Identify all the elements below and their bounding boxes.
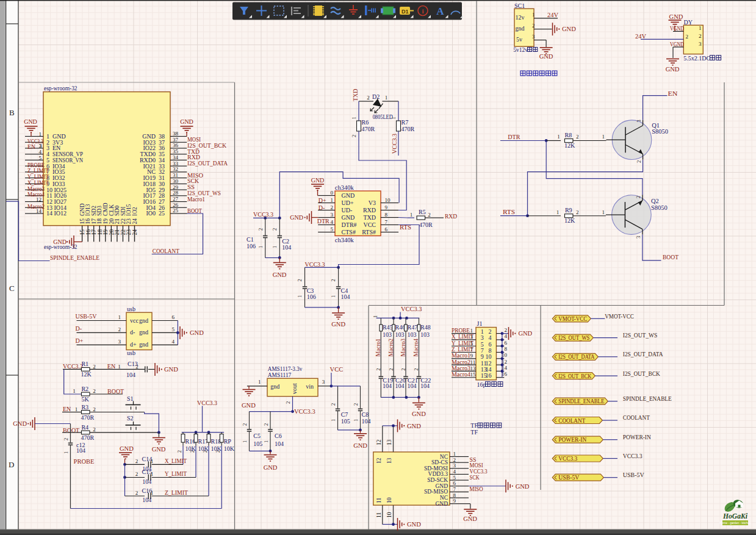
svg-text:S8050: S8050: [652, 128, 668, 135]
svg-text:D1: D1: [401, 9, 409, 15]
svg-text:GND: GND: [264, 464, 278, 471]
svg-text:SD-CS: SD-CS: [431, 459, 448, 465]
svg-text:ch340k: ch340k: [335, 237, 355, 243]
svg-text:GND: GND: [290, 214, 303, 221]
svg-text:RTS: RTS: [503, 209, 515, 215]
svg-text:5: 5: [331, 226, 334, 232]
svg-text:C8: C8: [362, 411, 369, 418]
svg-text:GND: GND: [666, 66, 680, 73]
svg-text:2: 2: [93, 426, 96, 433]
svg-text:EN: EN: [27, 143, 35, 150]
svg-text:UD+: UD+: [342, 199, 354, 206]
svg-text:1: 1: [330, 419, 336, 422]
svg-text:2: 2: [63, 438, 69, 440]
svg-text:D: D: [9, 460, 14, 469]
svg-text:GND: GND: [518, 330, 532, 337]
svg-text:PROBE: PROBE: [74, 458, 95, 465]
svg-text:SD-MISO: SD-MISO: [424, 489, 448, 495]
svg-text:VCC3.3: VCC3.3: [401, 306, 422, 312]
svg-text:2: 2: [576, 209, 579, 215]
svg-text:A: A: [436, 5, 444, 17]
svg-text:2: 2: [190, 450, 195, 453]
svg-text:3: 3: [118, 339, 121, 345]
svg-text:VCC3.3: VCC3.3: [305, 261, 325, 268]
svg-text:I2S_OUT_DATA: I2S_OUT_DATA: [187, 160, 228, 167]
svg-text:104: 104: [420, 382, 430, 389]
svg-text:25: 25: [173, 207, 179, 214]
svg-text:1: 1: [151, 458, 154, 464]
svg-text:R8: R8: [565, 132, 572, 138]
svg-text:Home - garden - kitchen: Home - garden - kitchen: [719, 522, 751, 525]
svg-text:21: 21: [114, 218, 120, 224]
svg-text:16: 16: [486, 372, 492, 379]
svg-text:8: 8: [505, 346, 508, 352]
svg-text:SD0: SD0: [114, 206, 120, 216]
svg-text:104: 104: [282, 244, 291, 251]
svg-text:6: 6: [385, 226, 388, 232]
svg-text:17: 17: [91, 218, 97, 224]
svg-text:UD-: UD-: [342, 207, 353, 214]
svg-text:I2S_OUT_WS: I2S_OUT_WS: [558, 334, 589, 341]
svg-text:26: 26: [173, 202, 179, 208]
svg-text:29: 29: [173, 184, 179, 190]
svg-text:15: 15: [79, 229, 85, 235]
svg-text:gnd: gnd: [270, 383, 279, 390]
svg-text:106: 106: [247, 243, 256, 250]
svg-text:TXD: TXD: [363, 214, 376, 221]
svg-text:I2S_OUT_DATA: I2S_OUT_DATA: [558, 353, 594, 360]
svg-text:GND: GND: [669, 13, 683, 20]
svg-text:C4: C4: [341, 287, 348, 294]
svg-text:12K: 12K: [564, 217, 575, 224]
svg-text:104: 104: [383, 382, 392, 389]
svg-text:GND: GND: [242, 402, 256, 409]
svg-text:470R: 470R: [419, 221, 433, 228]
svg-text:esp-wroom-32: esp-wroom-32: [44, 243, 77, 250]
svg-text:3: 3: [532, 34, 535, 40]
svg-text:104: 104: [142, 497, 151, 503]
svg-text:D-: D-: [76, 325, 82, 332]
svg-text:30: 30: [173, 178, 179, 184]
svg-text:EN: EN: [63, 406, 71, 412]
svg-text:2: 2: [453, 457, 456, 463]
svg-text:1: 1: [330, 295, 336, 298]
svg-text:2: 2: [353, 403, 359, 406]
svg-text:CTS#: CTS#: [342, 229, 356, 235]
svg-text:2: 2: [699, 33, 702, 39]
svg-text:1: 1: [272, 246, 278, 248]
svg-text:13: 13: [386, 439, 392, 445]
svg-text:X_LIMIT: X_LIMIT: [165, 458, 187, 464]
svg-text:VMOT-VCC: VMOT-VCC: [558, 315, 587, 322]
svg-text:104: 104: [395, 382, 405, 389]
svg-text:I2S_OUT_DATA: I2S_OUT_DATA: [623, 351, 663, 357]
svg-text:1: 1: [385, 95, 388, 101]
svg-text:2: 2: [428, 212, 431, 218]
svg-text:S8050: S8050: [651, 204, 668, 211]
svg-text:1: 1: [331, 197, 334, 203]
svg-text:SCK: SCK: [470, 474, 480, 481]
svg-text:4: 4: [171, 339, 175, 345]
svg-text:2: 2: [367, 95, 370, 101]
svg-text:7: 7: [470, 346, 473, 353]
svg-text:GND: GND: [435, 483, 448, 489]
svg-text:4: 4: [331, 219, 334, 225]
svg-text:21: 21: [114, 229, 120, 235]
svg-text:33: 33: [173, 160, 179, 167]
svg-text:2: 2: [389, 368, 394, 371]
svg-text:11: 11: [470, 359, 476, 365]
svg-text:gnd: gnd: [516, 25, 525, 32]
svg-text:SD2: SD2: [91, 206, 97, 216]
svg-text:1: 1: [373, 315, 378, 318]
svg-text:C3: C3: [307, 287, 314, 294]
svg-text:GND: GND: [353, 442, 367, 449]
svg-text:GND: GND: [152, 446, 166, 453]
svg-text:14: 14: [46, 210, 52, 217]
svg-text:5: 5: [171, 326, 175, 332]
svg-text:DY: DY: [684, 19, 693, 26]
svg-text:RXD: RXD: [363, 207, 376, 214]
svg-text:SD-SCK: SD-SCK: [427, 477, 448, 483]
svg-text:VCC3.3: VCC3.3: [558, 455, 577, 462]
svg-text:2: 2: [135, 490, 139, 496]
svg-text:5v12v: 5v12v: [513, 47, 528, 53]
svg-text:2: 2: [330, 403, 336, 406]
svg-text:VCC3.3: VCC3.3: [253, 211, 273, 218]
